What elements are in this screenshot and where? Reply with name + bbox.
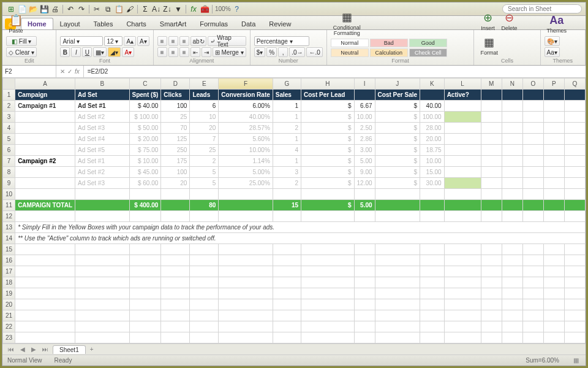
column-header[interactable]: P [543, 79, 564, 90]
cell[interactable]: $ 60.00 [129, 178, 161, 189]
comma-icon[interactable]: , [278, 47, 288, 57]
row-header[interactable]: 17 [3, 266, 15, 277]
cell[interactable] [190, 343, 219, 344]
format-button[interactable]: ▦Format [478, 34, 500, 57]
cell[interactable] [502, 288, 522, 299]
cell[interactable] [219, 244, 273, 255]
delete-button[interactable]: ⊖Delete [499, 9, 519, 33]
cell[interactable] [161, 211, 190, 222]
tab-smartart[interactable]: SmartArt [153, 18, 193, 29]
cell[interactable] [75, 332, 130, 343]
cell[interactable] [273, 277, 301, 288]
cell[interactable] [543, 134, 564, 145]
cell[interactable] [75, 343, 130, 344]
cell[interactable] [190, 244, 219, 255]
dec-decimal-icon[interactable]: ←.0 [306, 47, 322, 57]
cell[interactable] [219, 321, 273, 332]
cell[interactable] [522, 200, 543, 211]
cell[interactable]: $ [301, 112, 355, 123]
cell[interactable]: $ [301, 101, 355, 112]
themes-button[interactable]: AaThemes [545, 12, 570, 35]
cell[interactable] [543, 288, 564, 299]
cell[interactable] [543, 167, 564, 178]
cell[interactable]: 100 [161, 101, 190, 112]
header-cell[interactable]: Ad Set [75, 90, 130, 101]
name-box[interactable]: F2 [2, 66, 56, 77]
cell[interactable] [219, 332, 273, 343]
cell[interactable] [161, 299, 190, 310]
cell[interactable]: 5.00 [354, 156, 375, 167]
cell[interactable] [190, 277, 219, 288]
cell[interactable] [543, 112, 564, 123]
style-bad[interactable]: Bad [370, 39, 408, 47]
cell[interactable] [219, 288, 273, 299]
cell[interactable]: 3 [273, 167, 301, 178]
wrap-text-button[interactable]: ⤶ Wrap Text [208, 36, 246, 46]
cell[interactable] [481, 123, 502, 134]
theme-fonts-icon[interactable]: Aa▾ [545, 47, 560, 57]
row-header[interactable]: 4 [3, 123, 15, 134]
cell[interactable]: 10.00 [420, 156, 445, 167]
cell[interactable] [15, 167, 75, 178]
cell[interactable] [161, 277, 190, 288]
cell[interactable] [543, 321, 564, 332]
cell[interactable]: $ 10.00 [129, 156, 161, 167]
cell[interactable] [502, 178, 522, 189]
cell[interactable] [375, 266, 420, 277]
cell[interactable]: 10 [190, 112, 219, 123]
cell[interactable]: $ 75.00 [129, 145, 161, 156]
cell[interactable] [219, 299, 273, 310]
cell[interactable]: 15.00 [420, 167, 445, 178]
cell[interactable] [375, 255, 420, 266]
cell[interactable]: 40.00% [219, 112, 273, 123]
row-header[interactable]: 7 [3, 156, 15, 167]
fx-insert-icon[interactable]: fx [75, 68, 80, 75]
cell[interactable] [129, 321, 161, 332]
cell[interactable] [502, 332, 522, 343]
cell[interactable] [273, 244, 301, 255]
row-header[interactable]: 21 [3, 310, 15, 321]
cell[interactable]: 175 [161, 156, 190, 167]
cell[interactable] [129, 288, 161, 299]
row-header[interactable]: 9 [3, 178, 15, 189]
cell[interactable]: 1 [273, 112, 301, 123]
row-header[interactable]: 20 [3, 299, 15, 310]
cell[interactable] [375, 288, 420, 299]
cell[interactable] [273, 288, 301, 299]
accept-formula-icon[interactable]: ✓ [67, 68, 72, 75]
row-header[interactable]: 22 [3, 321, 15, 332]
column-header[interactable]: G [273, 79, 301, 90]
cell[interactable] [15, 145, 75, 156]
header-cell[interactable]: Spent ($) [129, 90, 161, 101]
cell[interactable] [301, 255, 355, 266]
cell[interactable] [502, 244, 522, 255]
cell[interactable] [481, 288, 502, 299]
cell[interactable] [420, 299, 445, 310]
cell[interactable]: 5.00 [354, 200, 375, 211]
toolbox-icon[interactable]: 🧰 [200, 4, 209, 14]
cell[interactable]: 5.00% [219, 167, 273, 178]
cell[interactable] [190, 321, 219, 332]
cell[interactable] [375, 343, 420, 344]
undo-icon[interactable]: ↶ [66, 4, 75, 14]
cell[interactable]: 2 [273, 178, 301, 189]
cell[interactable]: 1 [273, 156, 301, 167]
cell[interactable] [301, 244, 355, 255]
row-header[interactable]: 3 [3, 112, 15, 123]
cell[interactable] [522, 178, 543, 189]
inc-decimal-icon[interactable]: .0→ [289, 47, 305, 57]
row-header[interactable]: 14 [3, 233, 15, 244]
cell[interactable]: 80 [190, 200, 219, 211]
cell[interactable] [543, 266, 564, 277]
header-cell[interactable] [564, 90, 585, 101]
cell[interactable]: 20 [190, 123, 219, 134]
cell[interactable]: $ 50.00 [129, 123, 161, 134]
cell[interactable] [375, 189, 420, 200]
row-header[interactable]: 5 [3, 134, 15, 145]
cell[interactable] [522, 255, 543, 266]
cell[interactable] [481, 200, 502, 211]
cell[interactable] [219, 200, 273, 211]
cell[interactable] [522, 123, 543, 134]
row-header[interactable]: 12 [3, 211, 15, 222]
cell[interactable] [522, 145, 543, 156]
